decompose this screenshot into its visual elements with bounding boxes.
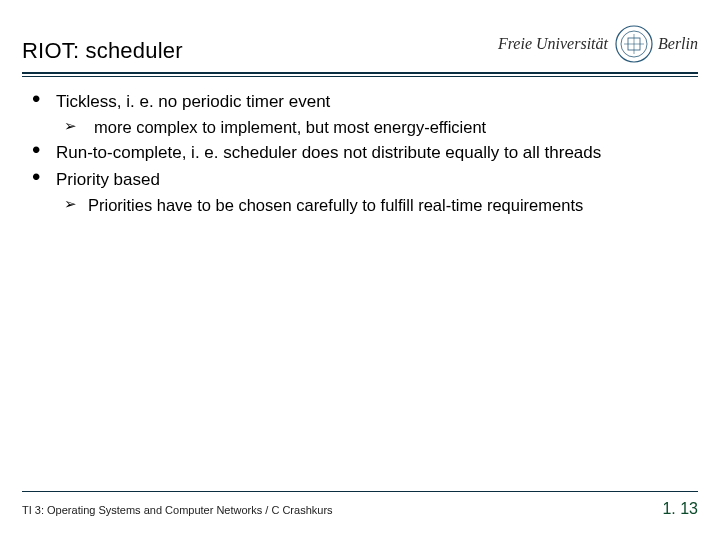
bullet-text: Priority based — [56, 170, 160, 189]
sub-list: more complex to implement, but most ener… — [56, 116, 692, 138]
header: RIOT: scheduler Freie Universität Berlin — [22, 24, 698, 70]
footer-rule — [22, 491, 698, 492]
bullet-list: Tickless, i. e. no periodic timer event … — [28, 91, 692, 216]
bullet-text: Run-to-complete, i. e. scheduler does no… — [56, 143, 601, 162]
brand-city: Berlin — [658, 35, 698, 53]
slide-title: RIOT: scheduler — [22, 38, 183, 64]
brand-text: Freie Universität — [498, 35, 608, 53]
bullet-item: Run-to-complete, i. e. scheduler does no… — [28, 142, 692, 165]
footer: TI 3: Operating Systems and Computer Net… — [22, 491, 698, 518]
content: Tickless, i. e. no periodic timer event … — [22, 77, 698, 216]
footer-left: TI 3: Operating Systems and Computer Net… — [22, 504, 333, 516]
footer-row: TI 3: Operating Systems and Computer Net… — [22, 500, 698, 518]
seal-icon — [614, 24, 654, 64]
slide-number: 1. 13 — [662, 500, 698, 518]
header-rule-thick — [22, 72, 698, 74]
bullet-item: Priority based Priorities have to be cho… — [28, 169, 692, 216]
sub-text: more complex to implement, but most ener… — [88, 118, 486, 136]
sub-list: Priorities have to be chosen carefully t… — [56, 194, 692, 216]
bullet-item: Tickless, i. e. no periodic timer event … — [28, 91, 692, 138]
brand: Freie Universität Berlin — [498, 24, 698, 64]
sub-item: Priorities have to be chosen carefully t… — [56, 194, 692, 216]
sub-text: Priorities have to be chosen carefully t… — [88, 196, 583, 214]
sub-item: more complex to implement, but most ener… — [56, 116, 692, 138]
slide: RIOT: scheduler Freie Universität Berlin — [0, 0, 720, 540]
bullet-text: Tickless, i. e. no periodic timer event — [56, 92, 330, 111]
